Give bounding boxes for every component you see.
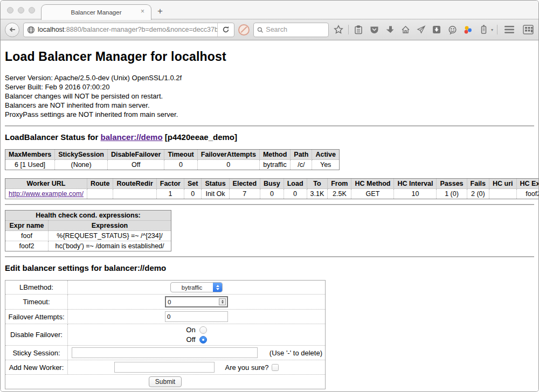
battery-icon bbox=[480, 25, 487, 34]
table-cell: Yes bbox=[312, 160, 340, 170]
url-text[interactable]: localhost:8880/balancer-manager?b=demo&n… bbox=[38, 26, 217, 33]
home-icon bbox=[401, 25, 410, 34]
lbmethod-select[interactable]: bytraffic bbox=[170, 282, 223, 292]
download-arrow-icon bbox=[386, 25, 394, 34]
on-label: On bbox=[186, 326, 195, 334]
are-you-sure-checkbox[interactable] bbox=[272, 364, 279, 371]
divider bbox=[348, 25, 349, 34]
zoom-button[interactable] bbox=[29, 7, 35, 13]
table-header: Active bbox=[312, 150, 340, 160]
table-header: Worker URL bbox=[5, 179, 87, 189]
table-cell: bytraffic bbox=[259, 160, 290, 170]
disable-failover-off-radio[interactable] bbox=[199, 336, 207, 344]
home-button[interactable] bbox=[399, 23, 411, 36]
table-header: Passes bbox=[437, 179, 467, 189]
table-header: HC Expr bbox=[516, 179, 538, 189]
reload-button[interactable] bbox=[218, 26, 234, 33]
timeout-input[interactable]: 0 bbox=[165, 296, 228, 307]
color-dots-button[interactable] bbox=[462, 23, 474, 36]
table-header: From bbox=[328, 179, 351, 189]
tab-close-icon[interactable]: × bbox=[141, 8, 144, 15]
battery-button[interactable] bbox=[478, 23, 489, 36]
table-header: Route bbox=[87, 179, 113, 189]
table-cell: 0 bbox=[164, 160, 197, 170]
bookmark-star-button[interactable] bbox=[333, 23, 344, 36]
table-header: Path bbox=[291, 150, 312, 160]
table-cell: Init Ok bbox=[202, 189, 229, 199]
off-label: Off bbox=[186, 335, 195, 344]
menu-button[interactable] bbox=[503, 23, 515, 36]
browser-window: Balancer Manager × + localhost:8880/bala… bbox=[0, 0, 539, 392]
table-cell: GET bbox=[351, 189, 394, 199]
submit-button[interactable]: Submit bbox=[149, 376, 182, 387]
add-worker-label: Add New Worker: bbox=[5, 360, 68, 375]
worker-url-link[interactable]: http://www.example.com/ bbox=[9, 190, 84, 198]
table-cell: 0 bbox=[197, 160, 259, 170]
content-blocked-icon[interactable] bbox=[238, 24, 250, 36]
failover-attempts-input[interactable] bbox=[165, 311, 228, 322]
page-title: Load Balancer Manager for localhost bbox=[5, 50, 534, 64]
minimize-button[interactable] bbox=[18, 7, 24, 13]
star-icon bbox=[334, 25, 343, 34]
table-cell: 10 bbox=[394, 189, 437, 199]
dropdown-caret-icon[interactable]: ▾ bbox=[491, 27, 493, 32]
pocket-button[interactable] bbox=[368, 23, 380, 36]
table-header: Set bbox=[184, 179, 201, 189]
tab-balancer-manager[interactable]: Balancer Manager × bbox=[41, 4, 151, 20]
balancer-demo-link[interactable]: balancer://demo bbox=[101, 132, 163, 142]
loadbalancer-status-heading: LoadBalancer Status for balancer://demo … bbox=[5, 132, 534, 142]
url-bar[interactable]: localhost:8880/balancer-manager?b=demo&n… bbox=[23, 23, 234, 37]
table-header: Elected bbox=[229, 179, 260, 189]
window-controls bbox=[7, 7, 35, 13]
disable-failover-label: Disable Failover: bbox=[5, 324, 68, 346]
back-arrow-icon bbox=[9, 26, 16, 33]
table-cell: 2.5K bbox=[328, 189, 351, 199]
edit-settings-heading: Edit balancer settings for balancer://de… bbox=[5, 263, 534, 272]
tiles-button[interactable] bbox=[522, 23, 534, 36]
inherit-notice-line: Balancers are NOT inherited from main se… bbox=[5, 101, 534, 110]
server-info: Server Version: Apache/2.5.0-dev (Unix) … bbox=[5, 73, 534, 119]
page-content: Load Balancer Manager for localhost Serv… bbox=[1, 40, 538, 391]
send-tab-button[interactable] bbox=[415, 23, 427, 36]
search-bar[interactable] bbox=[253, 23, 329, 37]
table-header: FailoverAttempts bbox=[197, 150, 259, 160]
reading-list-button[interactable] bbox=[353, 23, 364, 36]
save-box-button[interactable] bbox=[431, 23, 443, 36]
table-cell: 0 bbox=[260, 189, 284, 199]
number-spinner-icon[interactable] bbox=[219, 298, 226, 305]
table-header: HC Interval bbox=[394, 179, 437, 189]
table-cell: (None) bbox=[55, 160, 108, 170]
table-row: 6 [1 Used] (None) Off 0 0 bytraffic /c/ … bbox=[5, 160, 340, 170]
expression-cell: hc('body') =~ /domain is established/ bbox=[49, 241, 171, 251]
timeout-label: Timeout: bbox=[5, 295, 68, 310]
back-button[interactable] bbox=[5, 23, 19, 37]
search-input[interactable] bbox=[266, 26, 325, 33]
table-header: Fails bbox=[467, 179, 489, 189]
downloads-button[interactable] bbox=[384, 23, 396, 36]
new-tab-button[interactable]: + bbox=[157, 6, 163, 16]
health-check-table: Health check cond. expressions: Expr nam… bbox=[5, 210, 171, 251]
disable-failover-on-radio[interactable] bbox=[199, 326, 207, 334]
divider bbox=[5, 204, 534, 205]
feedback-button[interactable] bbox=[446, 23, 458, 36]
table-cell bbox=[87, 189, 113, 199]
divider bbox=[5, 256, 534, 257]
table-cell: 3.1K bbox=[307, 189, 328, 199]
smiley-icon bbox=[448, 25, 457, 34]
table-cell: 1 bbox=[156, 189, 184, 199]
table-header: To bbox=[307, 179, 328, 189]
table-header: DisableFailover bbox=[107, 150, 164, 160]
timeout-row: Timeout: 0 bbox=[5, 295, 326, 310]
table-header: Expression bbox=[49, 221, 171, 231]
reload-icon bbox=[222, 26, 230, 33]
add-worker-input[interactable] bbox=[114, 362, 215, 373]
add-worker-row: Add New Worker: Are you sure? bbox=[5, 360, 326, 375]
are-you-sure-label: Are you sure? bbox=[225, 363, 269, 372]
sticky-session-input[interactable] bbox=[72, 347, 258, 358]
expression-cell: %{REQUEST_STATUS} =~ /^[234]/ bbox=[49, 231, 171, 241]
close-button[interactable] bbox=[7, 7, 13, 13]
table-header: HC Method bbox=[351, 179, 394, 189]
table-cell: /c/ bbox=[291, 160, 312, 170]
globe-icon[interactable] bbox=[27, 26, 35, 34]
proxypass-notice-line: ProxyPass settings are NOT inherited fro… bbox=[5, 110, 534, 119]
